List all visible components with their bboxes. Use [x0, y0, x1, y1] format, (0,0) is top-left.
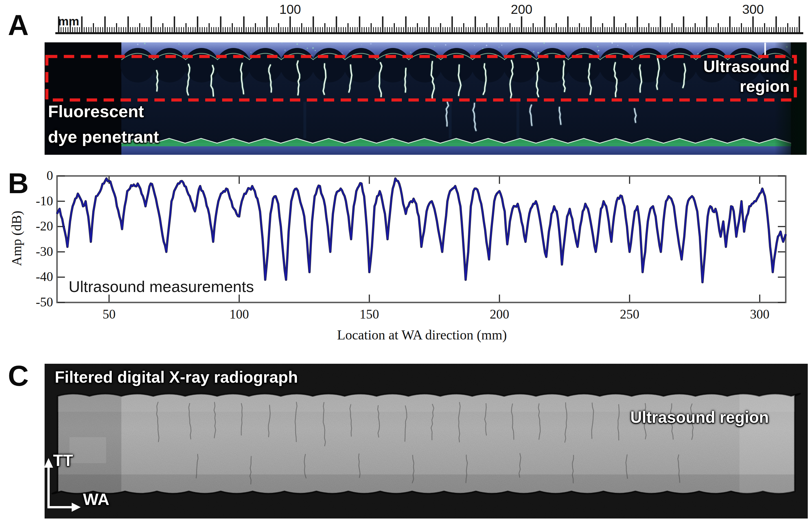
tt-axis-label: TT	[53, 451, 73, 470]
y-tick-label: -10	[15, 193, 53, 208]
x-tick-label: 100	[214, 307, 265, 322]
y-tick-label: -30	[15, 244, 53, 259]
x-tick-label: 250	[604, 307, 655, 322]
wa-axis-label: WA	[83, 490, 109, 509]
y-axis-title: Amp (dB)	[9, 204, 27, 272]
ruler-number: 300	[731, 2, 776, 17]
figure-root: A B C 100200300 mm Ultrasound region Flu…	[0, 0, 812, 525]
x-axis-title: Location at WA direction (mm)	[294, 327, 550, 343]
chart-annotation: Ultrasound measurements	[68, 277, 254, 296]
panel-c-letter: C	[8, 361, 29, 390]
y-tick-label: -40	[15, 269, 53, 284]
ultrasound-region-label-c: Ultrasound region	[571, 408, 769, 426]
ultrasound-region-line2: region	[621, 76, 790, 96]
panel-a-caption-line2: dye penetrant	[48, 127, 159, 147]
x-tick-label: 300	[734, 307, 785, 322]
ruler-unit-label: mm	[58, 15, 79, 28]
ruler-number: 100	[268, 2, 313, 17]
ultrasound-region-line1: Ultrasound	[621, 57, 790, 76]
ruler-number: 200	[499, 2, 544, 17]
mm-ruler	[0, 0, 812, 42]
x-tick-label: 200	[474, 307, 525, 322]
panel-c-title: Filtered digital X-ray radiograph	[55, 368, 298, 386]
y-tick-label: -20	[15, 219, 53, 234]
x-tick-label: 150	[344, 307, 395, 322]
y-tick-label: -50	[15, 295, 53, 310]
panel-c-radiograph	[45, 364, 808, 519]
y-tick-label: 0	[15, 168, 53, 183]
panel-a-caption-line1: Fluorescent	[48, 102, 144, 121]
x-tick-label: 50	[83, 307, 134, 322]
ultrasound-region-label-a: Ultrasound region	[621, 57, 790, 96]
